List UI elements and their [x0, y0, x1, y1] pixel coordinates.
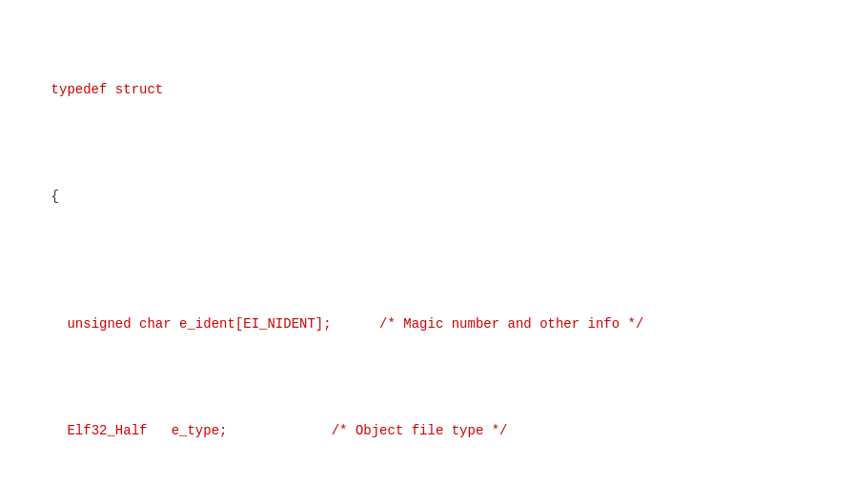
line-typedef: typedef struct	[19, 58, 834, 122]
keyword-typedef: typedef	[51, 82, 108, 97]
type-elf32-half-1: Elf32_Half	[67, 423, 147, 438]
line-open-brace: {	[19, 165, 834, 229]
field-e-ident: e_ident[EI_NIDENT];	[179, 316, 332, 332]
indent	[51, 423, 68, 438]
line-field-1: Elf32_Half e_type; /* Object file type *…	[19, 399, 834, 463]
field-e-type: e_type;	[172, 423, 228, 438]
type-unsigned-char: unsigned char	[67, 316, 171, 332]
keyword-struct: struct	[107, 82, 163, 97]
line-field-0: unsigned char e_ident[EI_NIDENT]; /* Mag…	[19, 292, 834, 356]
comment-1: /* Object file type */	[332, 423, 508, 438]
indent	[51, 316, 68, 332]
code-container: typedef struct { unsigned char e_ident[E…	[19, 15, 834, 504]
open-brace: {	[51, 189, 59, 204]
comment-0: /* Magic number and other info */	[379, 316, 643, 332]
